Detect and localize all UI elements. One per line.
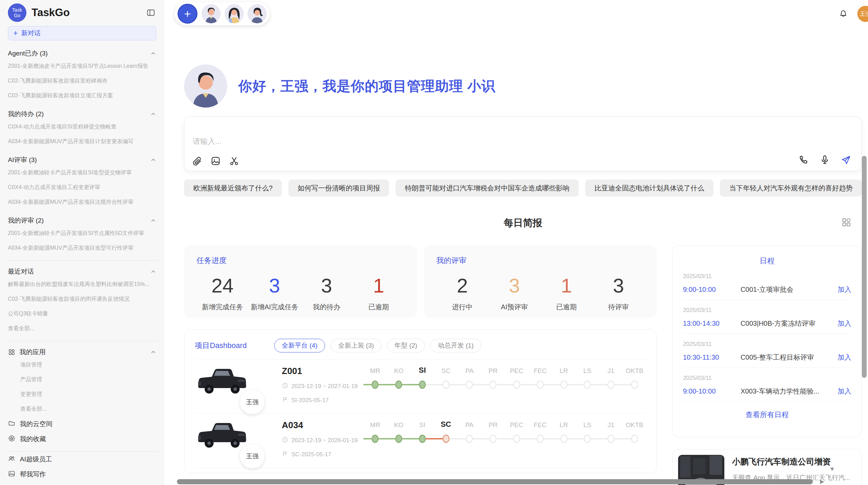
- recent-chats-header[interactable]: 最近对话: [8, 267, 157, 276]
- sidebar-tool-创意制图[interactable]: 创意制图: [8, 482, 157, 485]
- image-upload-icon[interactable]: [210, 156, 221, 166]
- stat-value: 1: [540, 274, 592, 297]
- chat-input[interactable]: [192, 137, 598, 146]
- avatar-woman-ponytail[interactable]: [248, 4, 267, 23]
- join-meeting-link[interactable]: 加入: [837, 387, 851, 396]
- avatar-woman-long-hair[interactable]: [225, 4, 244, 23]
- sidebar-item[interactable]: A034-全新新能源MUV产品开发项目计划变更表编写: [8, 134, 157, 149]
- avatar-man[interactable]: [202, 4, 221, 23]
- recent-chat-item[interactable]: 公司Q3轻卡销量: [8, 307, 157, 321]
- dashboard-tab[interactable]: 动总开发 (1): [430, 339, 481, 352]
- sidebar-link-我的云空间[interactable]: 我的云空间: [8, 416, 157, 432]
- stat: 24 新增完成任务: [196, 274, 249, 312]
- divider: [6, 341, 159, 341]
- project-flag-date: SC-2025-05-17: [282, 450, 363, 459]
- sidebar-item[interactable]: C0X4-动力总成开发项目工程变更评审: [8, 180, 157, 195]
- recent-chat-item[interactable]: 解释最新出台的欧盟报废车法规再生塑料比例被调至15%...: [8, 277, 157, 292]
- sidebar-section: AI评审 (3) Z001-全新燃油轻卡产品开发项目SI造型提交物评审C0X4-…: [8, 155, 157, 210]
- add-member-button[interactable]: +: [178, 4, 197, 24]
- join-meeting-link[interactable]: 加入: [837, 353, 851, 362]
- project-code: Z001: [282, 366, 363, 376]
- voice-call-icon[interactable]: [798, 154, 809, 165]
- stat-label: AI预评审: [488, 302, 540, 312]
- join-meeting-link[interactable]: 加入: [837, 319, 851, 328]
- milestone-node-LR: [552, 434, 576, 443]
- milestone-node-MR: [363, 434, 387, 443]
- layout-grid-icon[interactable]: [841, 217, 852, 227]
- vertical-scrollbar[interactable]: [862, 156, 867, 378]
- dashboard-tab[interactable]: 年型 (2): [387, 339, 425, 352]
- milestone-label-SI: SI: [411, 366, 434, 375]
- milestone-node-MR: [363, 380, 387, 389]
- sidebar-section-header[interactable]: 我的待办 (2): [8, 109, 157, 119]
- sidebar-section-header[interactable]: AI评审 (3): [8, 155, 157, 165]
- new-chat-button[interactable]: + 新对话: [8, 26, 156, 40]
- dashboard-tab[interactable]: 全新平台 (4): [274, 339, 325, 352]
- join-meeting-link[interactable]: 加入: [837, 285, 851, 294]
- app-item[interactable]: 产品管理: [20, 372, 157, 387]
- milestone-label-OKTB: OKTB: [623, 367, 646, 375]
- sidebar-tool-帮我写作[interactable]: 帮我写作: [8, 467, 157, 482]
- app-item[interactable]: 变更管理: [20, 387, 157, 402]
- schedule-name: C003|H0B-方案冻结评审: [740, 319, 837, 328]
- microphone-icon[interactable]: [820, 154, 830, 165]
- milestone-label-LS: LS: [576, 421, 599, 429]
- milestone-track: MRKOSISCPAPRPECFECLRLSJ1OKTB: [363, 366, 646, 413]
- project-rows: 王强 Z001 2023-12-19 ~ 2027-01-19 SI-2025-…: [195, 359, 646, 473]
- stat-label: 新增完成任务: [196, 302, 249, 312]
- chevron-up-icon: [150, 157, 157, 163]
- scroll-right-arrow-icon[interactable]: ▶: [820, 478, 824, 485]
- chevron-up-icon: [150, 268, 157, 275]
- sidebar-item[interactable]: A034-全新新能源MUV产品开发项目造型可行性评审: [8, 241, 157, 256]
- my-apps-header[interactable]: 我的应用: [8, 347, 157, 357]
- attachment-icon[interactable]: [192, 156, 202, 166]
- sidebar-item[interactable]: A034-全新新能源MUV产品开发项目法规符合性评审: [8, 195, 157, 210]
- notification-bell-icon[interactable]: [838, 9, 848, 19]
- suggestion-chip[interactable]: 比亚迪全固态电池计划具体说了什么: [585, 179, 713, 197]
- sidebar-item[interactable]: C02-飞腾新能源轻客改款项目里程碑画布: [8, 74, 157, 88]
- plus-icon: +: [13, 29, 18, 38]
- dashboard-tab[interactable]: 全新上装 (3): [330, 339, 382, 352]
- project-row-partial: [195, 468, 646, 473]
- horizontal-scrollbar[interactable]: [177, 479, 813, 484]
- sidebar: Task Go TaskGo + 新对话 Agent已办 (3) Z001-全新…: [0, 0, 164, 485]
- sidebar-link-我的收藏[interactable]: 我的收藏: [8, 432, 157, 447]
- sidebar-item[interactable]: C02-飞腾新能源轻客改款项目立项汇报方案: [8, 88, 157, 103]
- screenshot-scissors-icon[interactable]: [229, 156, 239, 166]
- milestone-node-LS: [576, 434, 599, 443]
- suggestion-chip[interactable]: 当下年轻人对汽车外观有怎样的喜好趋势: [720, 179, 862, 197]
- project-row[interactable]: 王强 A034 2023-12-19 ~ 2026-01-19 SC-2025-…: [195, 413, 646, 468]
- milestone-node-PA: [458, 434, 481, 443]
- schedule-item: 2025/03/11 9:00-10:00 C001-立项审批会 加入: [683, 266, 851, 300]
- scroll-down-arrow-icon[interactable]: ▼: [829, 466, 835, 473]
- sidebar-section-header[interactable]: 我的评审 (2): [8, 216, 157, 225]
- milestone-label-LR: LR: [552, 421, 576, 429]
- send-icon[interactable]: [841, 154, 851, 165]
- stat-label: 新增AI完成任务: [249, 302, 301, 312]
- sidebar-tool-AI超级员工[interactable]: AI超级员工: [8, 452, 157, 467]
- milestone-label-LR: LR: [552, 367, 576, 375]
- flag-icon: [282, 450, 288, 459]
- sidebar-item[interactable]: Z001-全新燃油轻卡产品开发项目SI节点属性5D文件评审: [8, 226, 157, 241]
- app-item[interactable]: 项目管理: [20, 358, 157, 372]
- schedule-date: 2025/03/11: [683, 375, 851, 382]
- suggestion-chip[interactable]: 欧洲新规最近颁布了什么?: [184, 179, 282, 197]
- sidebar-item[interactable]: Z001-全新燃油皮卡产品开发项目SI节点Lesson Learn报告: [8, 59, 157, 74]
- suggestion-chip[interactable]: 特朗普可能对进口汽车增税会对中国车企造成哪些影响: [396, 179, 579, 197]
- recent-chat-item[interactable]: 查看全部...: [8, 321, 157, 336]
- stat: 1 已逾期: [540, 274, 592, 312]
- milestone-node-PEC: [505, 434, 529, 443]
- recent-chat-item[interactable]: C02-飞腾新能源轻客改款项目的闭环通告反馈情况: [8, 292, 157, 307]
- stat-card: 我的评审 2 进行中 3 AI预评审 1 已逾期 3 待评审: [424, 245, 657, 318]
- view-all-schedule-link[interactable]: 查看所有日程: [683, 410, 851, 420]
- app-item[interactable]: 查看全部...: [20, 402, 157, 416]
- collapse-sidebar-icon[interactable]: [145, 7, 157, 18]
- suggestion-chip[interactable]: 如何写一份清晰的项目周报: [288, 179, 389, 197]
- right-column: 日程 2025/03/11 9:00-10:00 C001-立项审批会 加入 2…: [672, 245, 862, 485]
- sidebar-item[interactable]: C0X4-动力总成开发项目SI里程碑提交物检查: [8, 120, 157, 134]
- dashboard-tabs: 全新平台 (4)全新上装 (3)年型 (2)动总开发 (1): [274, 339, 481, 352]
- project-row[interactable]: 王强 Z001 2023-12-19 ~ 2027-01-19 SI-2025-…: [195, 359, 646, 413]
- sidebar-item[interactable]: Z001-全新燃油轻卡产品开发项目SI造型提交物评审: [8, 165, 157, 180]
- user-avatar[interactable]: 王强: [857, 6, 868, 22]
- sidebar-section-header[interactable]: Agent已办 (3): [8, 49, 157, 58]
